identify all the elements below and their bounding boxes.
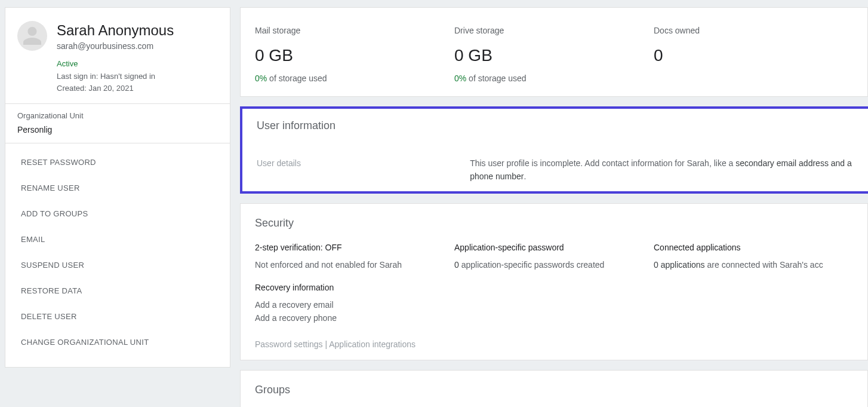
app-password-title: Application-specific password — [454, 243, 654, 252]
groups-title: Groups — [255, 384, 853, 396]
user-information-card[interactable]: User information User details This user … — [240, 106, 868, 194]
avatar — [17, 21, 47, 51]
connected-apps-title: Connected applications — [654, 243, 853, 252]
user-name: Sarah Anonymous — [57, 22, 174, 39]
reset-password-button[interactable]: RESET PASSWORD — [5, 149, 230, 175]
two-step-sub: Not enforced and not enabled for Sarah — [255, 258, 454, 271]
app-password-sub: 0 application-specific passwords created — [454, 258, 654, 271]
docs-owned-value: 0 — [654, 46, 853, 65]
user-email: sarah@yourbusiness.com — [57, 41, 174, 51]
profile-block: Sarah Anonymous sarah@yourbusiness.com A… — [5, 8, 230, 103]
mail-pct: 0% — [255, 74, 267, 83]
user-information-title: User information — [257, 120, 854, 132]
org-unit-block: Organizational Unit Personlig — [5, 104, 230, 143]
drive-storage-sub: 0% of storage used — [454, 74, 654, 83]
storage-card: Mail storage 0 GB 0% of storage used Dri… — [240, 7, 868, 97]
ou-value: Personlig — [17, 125, 218, 134]
mail-storage-sub: 0% of storage used — [255, 74, 454, 83]
connected-apps-block: Connected applications 0 applications ar… — [654, 243, 853, 325]
email-button[interactable]: EMAIL — [5, 227, 230, 252]
user-details-label: User details — [257, 158, 470, 168]
recovery-email-link[interactable]: Add a recovery email — [255, 298, 454, 311]
ou-label: Organizational Unit — [17, 111, 218, 120]
app-password-block: Application-specific password 0 applicat… — [454, 243, 654, 325]
user-sidebar-card: Sarah Anonymous sarah@yourbusiness.com A… — [5, 7, 230, 368]
docs-owned-title: Docs owned — [654, 26, 853, 35]
created-date: Created: Jan 20, 2021 — [57, 82, 174, 94]
delete-user-button[interactable]: DELETE USER — [5, 304, 230, 329]
docs-owned: Docs owned 0 — [654, 26, 853, 83]
person-icon — [21, 25, 43, 47]
drive-storage: Drive storage 0 GB 0% of storage used — [454, 26, 654, 83]
suspend-user-button[interactable]: SUSPEND USER — [5, 252, 230, 278]
mail-storage: Mail storage 0 GB 0% of storage used — [255, 26, 454, 83]
two-step-title: 2-step verification: OFF — [255, 243, 454, 252]
mail-storage-value: 0 GB — [255, 46, 454, 65]
security-card[interactable]: Security 2-step verification: OFF Not en… — [240, 203, 868, 360]
last-sign-in: Last sign in: Hasn't signed in — [57, 71, 174, 82]
security-footer-links[interactable]: Password settings | Application integrat… — [255, 339, 853, 349]
security-title: Security — [255, 217, 853, 229]
recovery-title: Recovery information — [255, 283, 454, 292]
two-step-block: 2-step verification: OFF Not enforced an… — [255, 243, 454, 325]
drive-storage-title: Drive storage — [454, 26, 654, 35]
user-information-message: This user profile is incomplete. Add con… — [470, 143, 854, 183]
user-status: Active — [57, 59, 174, 68]
restore-data-button[interactable]: RESTORE DATA — [5, 278, 230, 304]
groups-card[interactable]: Groups — [240, 370, 868, 407]
mail-storage-title: Mail storage — [255, 26, 454, 35]
rename-user-button[interactable]: RENAME USER — [5, 175, 230, 201]
drive-pct: 0% — [454, 74, 466, 83]
drive-storage-value: 0 GB — [454, 46, 654, 65]
recovery-phone-link[interactable]: Add a recovery phone — [255, 311, 454, 325]
change-ou-button[interactable]: CHANGE ORGANIZATIONAL UNIT — [5, 329, 230, 355]
action-list: RESET PASSWORD RENAME USER ADD TO GROUPS… — [5, 143, 230, 367]
connected-apps-sub: 0 applications are connected with Sarah'… — [654, 258, 853, 271]
add-to-groups-button[interactable]: ADD TO GROUPS — [5, 201, 230, 227]
